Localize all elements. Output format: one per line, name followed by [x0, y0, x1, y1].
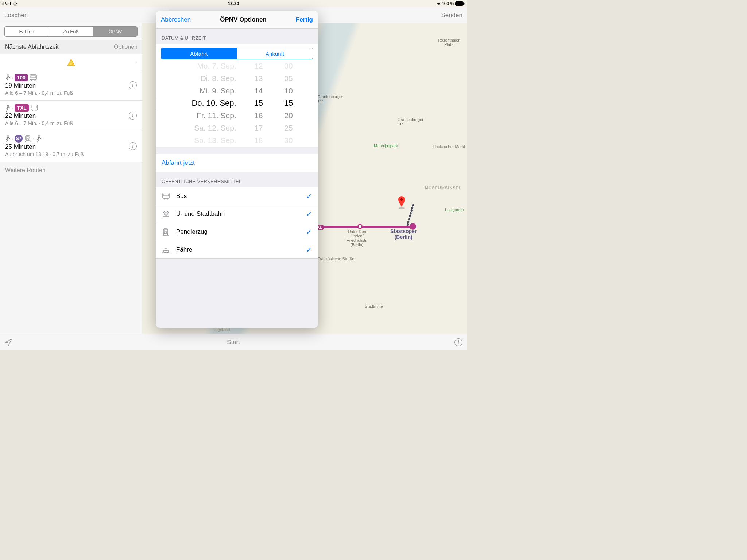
- cancel-button[interactable]: Abbrechen: [161, 16, 191, 23]
- transit-options-popover: Abbrechen ÖPNV-Optionen Fertig DATUM & U…: [156, 11, 318, 328]
- svg-point-25: [164, 199, 165, 200]
- svg-point-32: [164, 232, 165, 233]
- segment-arrival[interactable]: Ankunft: [237, 48, 313, 59]
- svg-rect-1: [456, 2, 463, 5]
- subheader: Nächste Abfahrtszeit Optionen: [0, 40, 142, 54]
- mode-row-bus[interactable]: Bus ✓: [156, 187, 318, 205]
- destination-label: Staatsoper (Berlin): [390, 228, 417, 240]
- svg-point-15: [7, 135, 9, 137]
- svg-point-20: [38, 135, 40, 137]
- device-label: iPad: [2, 1, 11, 6]
- tab-walk[interactable]: Zu Fuß: [49, 27, 93, 36]
- warning-icon: [67, 59, 75, 66]
- bus-icon: [30, 104, 38, 112]
- picker-row: So. 13. Sep.: [194, 134, 236, 147]
- train-icon: [24, 135, 31, 142]
- battery-icon: [455, 1, 465, 6]
- mode-label: U- und Stadtbahn: [176, 210, 301, 218]
- tab-transit[interactable]: ÖPNV: [93, 27, 137, 36]
- start-button[interactable]: Start: [227, 339, 240, 346]
- chevron-right-icon: ›: [12, 105, 13, 111]
- svg-rect-3: [71, 61, 71, 63]
- popover-title: ÖPNV-Optionen: [191, 16, 296, 23]
- picker-minute-column[interactable]: 00 05 10 15 20 25 30: [274, 59, 303, 147]
- line-badge-txl: TXL: [15, 104, 28, 112]
- map-label-hackescher: Hackescher Markt: [433, 144, 465, 149]
- locate-me-button[interactable]: [4, 338, 12, 346]
- picker-row: 13: [254, 72, 263, 85]
- mode-label: Pendlerzug: [176, 228, 301, 236]
- done-button[interactable]: Fertig: [296, 16, 313, 23]
- map-label-rosenthaler: Rosenthaler Platz: [438, 38, 460, 47]
- picker-row: 16: [254, 109, 263, 122]
- picker-row: 10: [284, 85, 293, 97]
- route-item[interactable]: › S7 › 25 Minuten Aufbruch um 13:19 · 0,…: [0, 131, 142, 162]
- svg-rect-34: [165, 248, 167, 250]
- svg-point-22: [400, 198, 403, 201]
- popover-header: Abbrechen ÖPNV-Optionen Fertig: [156, 11, 318, 29]
- route-detail: Alle 6 – 7 Min. · 0,4 mi zu Fuß: [5, 120, 137, 126]
- svg-point-10: [7, 105, 9, 106]
- picker-row: Mo. 7. Sep.: [197, 60, 236, 72]
- map-label-oranienburger-tor: Oranienburger Tor: [317, 94, 343, 103]
- train-icon: [162, 228, 171, 236]
- svg-point-14: [35, 110, 36, 111]
- segment-departure[interactable]: Abfahrt: [161, 48, 237, 59]
- map-label-oranienburger-str: Oranienburger Str.: [398, 117, 423, 126]
- subway-icon: [162, 210, 171, 218]
- picker-date-column[interactable]: Mo. 7. Sep. Di. 8. Sep. Mi. 9. Sep. Do. …: [170, 59, 244, 147]
- tab-drive[interactable]: Fahren: [5, 27, 49, 36]
- leave-now-button[interactable]: Abfahrt jetzt: [156, 154, 318, 172]
- section-datetime-title: DATUM & UHRZEIT: [156, 29, 318, 44]
- picker-hour-column[interactable]: 12 13 14 15 16 17 18: [244, 59, 274, 147]
- info-button[interactable]: i: [129, 112, 137, 120]
- route-duration: 22 Minuten: [5, 112, 137, 120]
- route-item[interactable]: › TXL 22 Minuten Alle 6 – 7 Min. · 0,4 m…: [0, 101, 142, 131]
- checkmark-icon: ✓: [306, 228, 312, 236]
- status-bar: iPad 13:20 100 %: [0, 0, 467, 7]
- picker-row: 17: [254, 122, 263, 134]
- options-button[interactable]: Optionen: [114, 44, 138, 50]
- map-label-legoland: Legoland: [213, 327, 230, 332]
- picker-row: Mi. 9. Sep.: [200, 85, 236, 97]
- svg-rect-24: [163, 194, 169, 196]
- modes-list: Bus ✓ U- und Stadtbahn ✓ Pendlerzug ✓ Fä…: [156, 187, 318, 259]
- bus-icon: [29, 74, 37, 81]
- mode-row-ferry[interactable]: Fähre ✓: [156, 241, 318, 258]
- walk-icon: [36, 135, 41, 142]
- map-label-unter-den-linden: Unter Den Linden/ Friedrichstr. (Berlin): [347, 229, 367, 247]
- map-label-franzoesische: Französische Straße: [317, 257, 354, 261]
- picker-row: 14: [254, 85, 263, 97]
- transport-segmented[interactable]: Fahren Zu Fuß ÖPNV: [4, 26, 138, 37]
- route-duration: 19 Minuten: [5, 82, 137, 89]
- service-warning-row[interactable]: ›: [0, 54, 142, 70]
- map-pin-icon: [398, 196, 406, 209]
- svg-rect-6: [30, 75, 36, 80]
- map-label-lustgarten: Lustgarten: [445, 207, 464, 212]
- wifi-icon: [12, 2, 18, 6]
- svg-point-5: [7, 74, 9, 76]
- svg-rect-7: [31, 76, 36, 78]
- info-button[interactable]: i: [129, 142, 137, 150]
- picker-row: 05: [284, 72, 293, 85]
- svg-rect-11: [31, 105, 38, 110]
- map-label-monbijoupark: Monbijoupark: [374, 144, 398, 148]
- depart-arrive-segmented[interactable]: Abfahrt Ankunft: [161, 48, 313, 59]
- picker-row: Fr. 11. Sep.: [197, 109, 236, 122]
- picker-row-selected: 15: [254, 97, 263, 109]
- info-button[interactable]: i: [454, 338, 462, 346]
- bottom-toolbar: Start i: [0, 334, 467, 350]
- svg-point-8: [31, 80, 32, 81]
- bus-icon: [162, 192, 171, 200]
- route-item[interactable]: › 100 19 Minuten Alle 6 – 7 Min. · 0,4 m…: [0, 70, 142, 101]
- svg-point-26: [167, 199, 169, 200]
- map-label-stadtmitte: Stadtmitte: [365, 304, 383, 308]
- datetime-picker[interactable]: Mo. 7. Sep. Di. 8. Sep. Mi. 9. Sep. Do. …: [156, 59, 318, 147]
- mode-row-subway[interactable]: U- und Stadtbahn ✓: [156, 205, 318, 223]
- chevron-right-icon: ›: [12, 136, 13, 141]
- info-button[interactable]: i: [129, 81, 137, 89]
- mode-label: Bus: [176, 192, 301, 200]
- mode-row-commuter[interactable]: Pendlerzug ✓: [156, 223, 318, 241]
- dotted-path: [407, 204, 418, 226]
- more-routes-button[interactable]: Weitere Routen: [0, 162, 142, 179]
